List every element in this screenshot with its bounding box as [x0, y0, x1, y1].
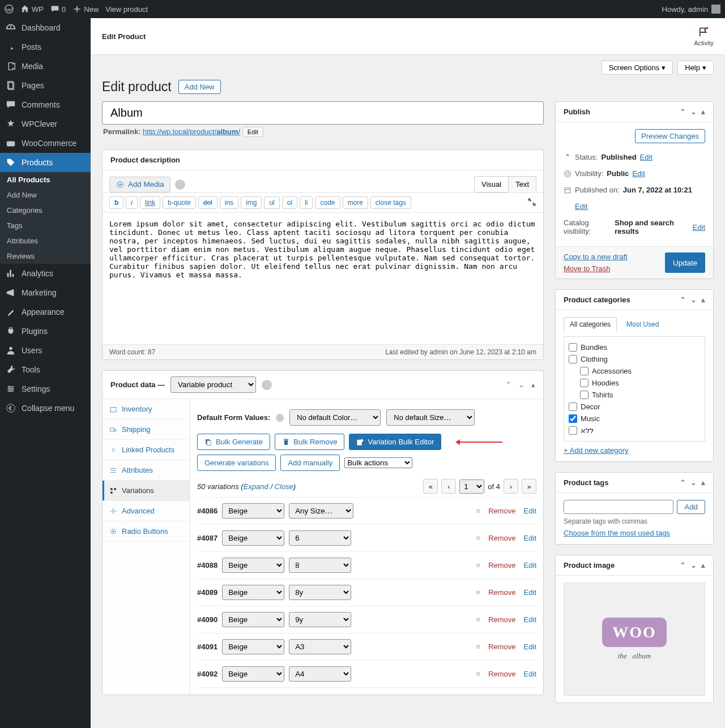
close-link[interactable]: Close — [275, 482, 293, 491]
edit-link[interactable]: Edit — [524, 643, 536, 651]
variation-color-select[interactable]: Beige — [222, 530, 284, 546]
variation-row[interactable]: #4087 Beige 6 ≡ Remove Edit — [197, 525, 536, 552]
sidebar-item-plugins[interactable]: Plugins — [0, 322, 91, 341]
add-category-link[interactable]: + Add new category — [564, 442, 629, 455]
drag-handle-icon[interactable]: ≡ — [476, 534, 481, 542]
qt-bquote[interactable]: b-quote — [163, 196, 196, 209]
cat-tab-all[interactable]: All categories — [564, 317, 617, 332]
category-item[interactable]: Music — [569, 413, 700, 425]
bulk-remove-button[interactable]: Bulk Remove — [275, 434, 344, 450]
variation-row[interactable]: #4092 Beige A4 ≡ Remove Edit — [197, 661, 536, 688]
editor-tab-visual[interactable]: Visual — [474, 176, 508, 192]
sidebar-item-marketing[interactable]: Marketing — [0, 283, 91, 302]
category-item[interactable]: Accessories — [569, 365, 700, 377]
help-button[interactable]: Help ▾ — [677, 61, 714, 75]
qt-img[interactable]: img — [241, 196, 262, 209]
view-product-link[interactable]: View product — [105, 5, 148, 14]
variation-size-select[interactable]: Any Size… — [289, 503, 353, 519]
variation-row[interactable]: #4088 Beige 8 ≡ Remove Edit — [197, 552, 536, 579]
remove-link[interactable]: Remove — [488, 561, 515, 569]
category-checkbox[interactable] — [580, 391, 588, 399]
variation-row[interactable]: #4090 Beige 9y ≡ Remove Edit — [197, 606, 536, 633]
qt-i[interactable]: i — [126, 196, 138, 209]
move-to-trash-link[interactable]: Move to Trash — [564, 264, 610, 273]
pd-tab-advanced[interactable]: Advanced — [103, 501, 190, 521]
product-title-input[interactable] — [102, 101, 544, 125]
variation-size-select[interactable]: 8 — [289, 558, 351, 573]
remove-link[interactable]: Remove — [488, 670, 515, 678]
sidebar-item-woocommerce[interactable]: WooCommerce — [0, 134, 91, 153]
remove-link[interactable]: Remove — [488, 615, 515, 624]
variation-color-select[interactable]: Beige — [222, 612, 284, 627]
update-button[interactable]: Update — [665, 252, 705, 273]
sidebar-item-dashboard[interactable]: Dashboard — [0, 18, 91, 37]
sidebar-item-tools[interactable]: Tools — [0, 360, 91, 379]
variation-color-select[interactable]: Beige — [222, 503, 284, 519]
page-last-button[interactable]: » — [522, 479, 536, 494]
wp-logo[interactable] — [5, 5, 14, 14]
sidebar-item-wpclever[interactable]: WPClever — [0, 114, 91, 134]
drag-handle-icon[interactable]: ≡ — [476, 615, 481, 624]
remove-link[interactable]: Remove — [488, 643, 515, 651]
drag-handle-icon[interactable]: ≡ — [476, 507, 481, 515]
bulk-actions-select[interactable]: Bulk actions — [344, 457, 412, 468]
drag-handle-icon[interactable]: ≡ — [476, 588, 481, 597]
sidebar-item-settings[interactable]: Settings — [0, 379, 91, 399]
add-manually-button[interactable]: Add manually — [280, 455, 340, 471]
avatar[interactable] — [711, 5, 720, 14]
category-item[interactable]: Decor — [569, 401, 700, 413]
tag-input[interactable] — [564, 500, 673, 514]
edit-link[interactable]: Edit — [524, 534, 536, 542]
category-checkbox[interactable] — [580, 379, 588, 387]
help-icon[interactable] — [262, 380, 272, 390]
new-link[interactable]: New — [72, 5, 99, 14]
edit-status-link[interactable]: Edit — [640, 153, 652, 161]
submenu-attributes[interactable]: Attributes — [0, 233, 91, 249]
edit-visibility-link[interactable]: Edit — [632, 169, 645, 178]
editor-tab-text[interactable]: Text — [508, 176, 536, 192]
edit-link[interactable]: Edit — [524, 615, 536, 624]
pd-tab-radio[interactable]: Radio Buttons — [103, 521, 190, 542]
pd-tab-attributes[interactable]: Attributes — [103, 460, 190, 481]
remove-link[interactable]: Remove — [488, 588, 515, 597]
product-image-thumbnail[interactable]: WOO the album — [564, 583, 705, 696]
pd-tab-inventory[interactable]: Inventory — [103, 399, 190, 419]
page-prev-button[interactable]: ‹ — [441, 479, 456, 494]
category-checkbox[interactable] — [569, 426, 577, 435]
category-checkbox[interactable] — [569, 414, 577, 423]
qt-ul[interactable]: ul — [264, 196, 279, 209]
edit-link[interactable]: Edit — [524, 670, 536, 678]
help-icon[interactable] — [276, 414, 284, 422]
category-checkbox[interactable] — [580, 367, 588, 375]
page-first-button[interactable]: « — [423, 479, 438, 494]
permalink-edit-button[interactable]: Edit — [242, 127, 263, 137]
qt-ol[interactable]: ol — [282, 196, 297, 209]
product-type-select[interactable]: Variable product — [170, 376, 256, 393]
sidebar-item-analytics[interactable]: Analytics — [0, 264, 91, 283]
category-checkbox[interactable] — [569, 343, 577, 352]
default-size-select[interactable]: No default Size… — [386, 409, 475, 426]
variation-size-select[interactable]: 9y — [289, 612, 351, 627]
qt-close[interactable]: close tags — [370, 196, 411, 209]
qt-more[interactable]: more — [343, 196, 368, 209]
panel-up-icon[interactable]: ⌃ — [505, 380, 511, 389]
generate-variations-button[interactable]: Generate variations — [197, 455, 276, 471]
variation-size-select[interactable]: A4 — [289, 666, 351, 682]
category-item[interactable]: Hoodies — [569, 377, 700, 389]
edit-catalog-link[interactable]: Edit — [693, 223, 705, 232]
sidebar-item-appearance[interactable]: Appearance — [0, 302, 91, 322]
site-link[interactable]: WP — [20, 5, 44, 14]
panel-toggle-icon[interactable]: ▴ — [531, 380, 535, 389]
sidebar-item-media[interactable]: Media — [0, 57, 91, 76]
category-checkbox[interactable] — [569, 355, 577, 363]
edit-date-link[interactable]: Edit — [575, 202, 587, 211]
submenu-tags[interactable]: Tags — [0, 218, 91, 233]
screen-options-button[interactable]: Screen Options ▾ — [602, 61, 673, 75]
panel-down-icon[interactable]: ⌄ — [518, 380, 524, 389]
variation-color-select[interactable]: Beige — [222, 558, 284, 573]
remove-link[interactable]: Remove — [488, 534, 515, 542]
edit-link[interactable]: Edit — [524, 561, 536, 569]
default-color-select[interactable]: No default Color… — [289, 409, 381, 426]
submenu-categories[interactable]: Categories — [0, 203, 91, 218]
drag-handle-icon[interactable]: ≡ — [476, 561, 481, 569]
